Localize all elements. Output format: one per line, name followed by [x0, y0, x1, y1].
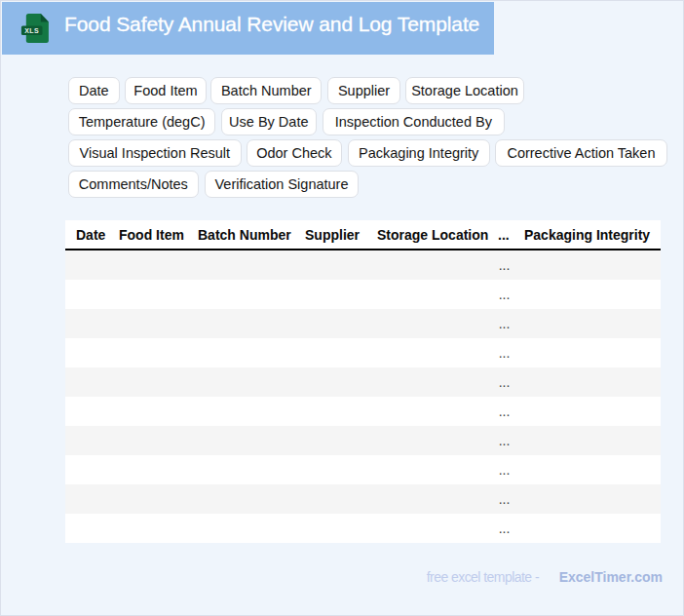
- svg-text:XLS: XLS: [24, 27, 39, 34]
